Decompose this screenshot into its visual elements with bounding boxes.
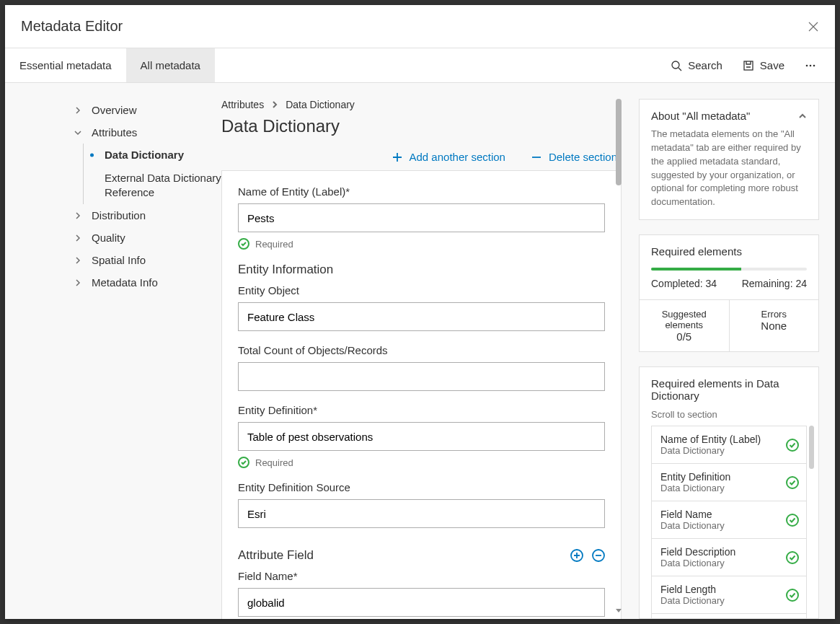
chevron-right-icon (74, 234, 82, 242)
label-entity-definition: Entity Definition* (238, 404, 605, 416)
breadcrumb: Attributes Data Dictionary (221, 99, 622, 110)
sidebar-item-quality[interactable]: Quality (5, 227, 221, 249)
breadcrumb-attributes[interactable]: Attributes (221, 99, 264, 110)
check-circle-icon (786, 514, 799, 527)
chevron-right-icon (271, 101, 278, 108)
save-button[interactable]: Save (733, 48, 795, 82)
attribute-field-heading-row: Attribute Field (238, 541, 605, 570)
remove-circle-icon[interactable] (592, 549, 605, 562)
input-total-count[interactable] (238, 362, 605, 391)
required-title: Required elements (651, 245, 742, 258)
check-circle-icon (786, 551, 799, 564)
svg-point-0 (672, 61, 679, 69)
search-button[interactable]: Search (660, 48, 733, 82)
req-list-item[interactable]: Field DescriptionData Dictionary (651, 539, 807, 576)
req-list-item[interactable]: Entity DefinitionData Dictionary (651, 464, 807, 501)
tabs: Essential metadata All metadata (5, 48, 215, 82)
required-label: Required (255, 457, 293, 468)
minus-icon (531, 152, 541, 162)
sidebar-item-metadata-info[interactable]: Metadata Info (5, 271, 221, 294)
sidebar-item-spatial[interactable]: Spatial Info (5, 249, 221, 271)
field-entity-definition: Entity Definition* Required (238, 404, 605, 468)
search-label: Search (688, 59, 722, 71)
req-item-loc: Data Dictionary (660, 520, 780, 531)
svg-point-2 (806, 64, 808, 66)
input-field-name[interactable] (238, 588, 605, 617)
heading-attribute-field: Attribute Field (238, 548, 314, 563)
body: Overview Attributes Data Dictionary Exte… (5, 83, 835, 619)
sidebar-item-label: External Data Dictionary Reference (105, 171, 221, 199)
add-section-button[interactable]: Add another section (392, 151, 505, 163)
sidebar-item-label: Data Dictionary (105, 149, 184, 161)
field-total-count: Total Count of Objects/Records (238, 344, 605, 391)
completed-text: Completed: 34 (651, 278, 717, 289)
add-section-label: Add another section (410, 151, 505, 163)
label-total-count: Total Count of Objects/Records (238, 344, 605, 356)
scroll-down-arrow-icon[interactable] (614, 606, 622, 615)
chevron-right-icon (74, 278, 82, 287)
req-item-loc: Data Dictionary (660, 595, 780, 606)
form-card: Name of Entity (Label)* Required Entity … (221, 170, 622, 619)
input-entity-object[interactable] (238, 302, 605, 331)
stat-suggested: Suggested elements 0/5 (640, 300, 729, 351)
sidebar-item-label: Overview (92, 104, 137, 116)
field-field-name: Field Name* (238, 570, 605, 617)
required-note: Required (238, 238, 605, 250)
sidebar-item-label: Distribution (92, 209, 146, 221)
req-item-name: Field Length (660, 584, 780, 595)
check-circle-icon (238, 238, 249, 250)
req-list-item[interactable]: Field LengthData Dictionary (651, 576, 807, 614)
close-icon[interactable] (808, 21, 819, 32)
delete-section-label: Delete section (549, 151, 617, 163)
req-item-loc: Data Dictionary (660, 483, 780, 493)
sidebar: Overview Attributes Data Dictionary Exte… (5, 83, 221, 619)
section-actions: Add another section Delete section (221, 151, 622, 163)
sidebar-item-external-ref[interactable]: External Data Dictionary Reference (5, 166, 221, 204)
req-list-item[interactable]: Name of Entity (Label)Data Dictionary (651, 426, 807, 464)
req-list-item[interactable]: Field NameData Dictionary (651, 501, 807, 539)
sidebar-item-label: Attributes (92, 126, 137, 139)
req-list: Name of Entity (Label)Data DictionaryEnt… (651, 426, 807, 619)
req-item-name: Entity Definition (660, 471, 780, 483)
stat-errors: Errors None (729, 300, 819, 351)
required-note: Required (238, 457, 605, 468)
add-circle-icon[interactable] (570, 549, 583, 562)
required-in-section-panel: Required elements in Data Dictionary Scr… (639, 366, 819, 619)
more-options-button[interactable] (795, 48, 826, 82)
search-icon (671, 60, 682, 71)
metadata-editor-modal: Metadata Editor Essential metadata All m… (5, 5, 835, 619)
input-entity-definition[interactable] (238, 422, 605, 451)
svg-point-3 (810, 64, 812, 66)
sidebar-item-attributes[interactable]: Attributes (5, 121, 221, 144)
scroll-hint: Scroll to section (651, 409, 807, 420)
modal-title: Metadata Editor (21, 18, 808, 35)
content-scrollbar[interactable] (616, 99, 622, 619)
tab-essential[interactable]: Essential metadata (5, 48, 126, 82)
sidebar-item-label: Spatial Info (92, 254, 146, 266)
svg-point-4 (813, 64, 815, 66)
save-label: Save (760, 59, 784, 71)
input-name-of-entity[interactable] (238, 203, 605, 232)
required-panel: Required elements Completed: 34 Remainin… (639, 234, 819, 352)
remaining-text: Remaining: 24 (742, 278, 807, 289)
req-list-item[interactable]: Attribute Definition SourceData Dictiona… (651, 614, 807, 619)
check-circle-icon (786, 439, 799, 452)
input-entity-def-source[interactable] (238, 499, 605, 528)
check-circle-icon (786, 589, 799, 602)
sidebar-item-overview[interactable]: Overview (5, 99, 221, 121)
about-panel: About "All metadata" The metadata elemen… (639, 99, 819, 220)
sidebar-item-data-dictionary[interactable]: Data Dictionary (5, 144, 221, 166)
req-list-wrap: Name of Entity (Label)Data DictionaryEnt… (651, 426, 807, 619)
delete-section-button[interactable]: Delete section (531, 151, 617, 163)
about-body: The metadata elements on the "All metada… (651, 128, 807, 209)
sidebar-item-distribution[interactable]: Distribution (5, 204, 221, 227)
tab-all-metadata[interactable]: All metadata (126, 48, 215, 82)
scroll-thumb[interactable] (616, 99, 622, 185)
modal-header: Metadata Editor (5, 5, 835, 48)
req-section-title: Required elements in Data Dictionary (651, 377, 807, 402)
chevron-up-icon[interactable] (798, 112, 807, 120)
label-entity-object: Entity Object (238, 284, 605, 296)
label-entity-def-source: Entity Definition Source (238, 481, 605, 493)
req-list-scrollbar[interactable] (809, 426, 814, 469)
req-item-name: Name of Entity (Label) (660, 434, 780, 445)
